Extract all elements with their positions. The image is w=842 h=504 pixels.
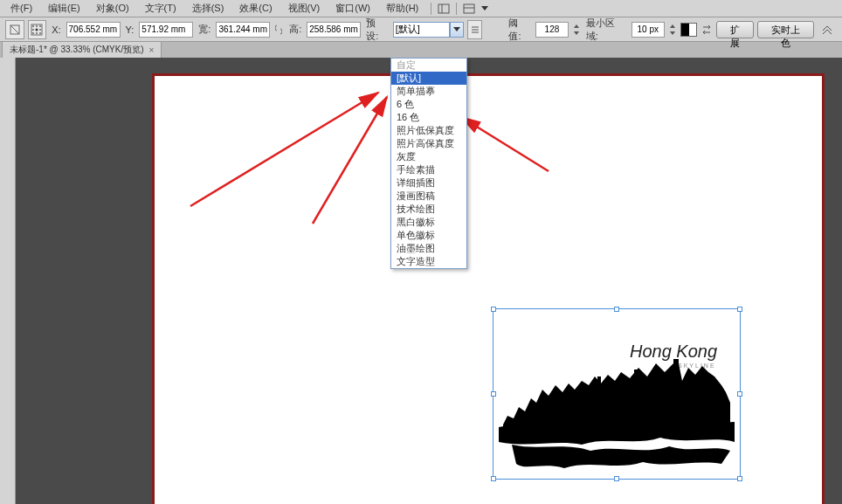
preset-dropdown-list: 自定[默认]简单描摹6 色16 色照片低保真度照片高保真度灰度手绘素描详细插图漫… [390, 58, 467, 269]
canvas-viewport[interactable]: Hong Kong SKYLINE [16, 58, 842, 504]
document-tab-bar: 未标题-1* @ 33.33% (CMYK/预览) × [0, 42, 842, 58]
menu-bar: 件(F) 编辑(E) 对象(O) 文字(T) 选择(S) 效果(C) 视图(V)… [0, 0, 842, 17]
svg-point-7 [32, 25, 34, 27]
preset-options-icon[interactable] [467, 20, 483, 39]
dropdown-item[interactable]: 16 色 [391, 111, 466, 124]
dropdown-item[interactable]: 手绘素描 [391, 163, 466, 176]
resize-handle-mr[interactable] [737, 391, 742, 397]
svg-point-13 [32, 32, 34, 34]
preset-label: 预设: [366, 17, 388, 43]
threshold-input[interactable] [535, 22, 569, 38]
y-label: Y: [126, 24, 135, 35]
minarea-input[interactable] [632, 22, 665, 38]
tab-close-icon[interactable]: × [149, 45, 155, 55]
svg-rect-0 [438, 4, 449, 13]
selection-bounds[interactable] [493, 308, 741, 480]
dropdown-item[interactable]: [默认] [391, 72, 466, 85]
dropdown-item[interactable]: 简单描摹 [391, 85, 466, 98]
document-tab[interactable]: 未标题-1* @ 33.33% (CMYK/预览) × [2, 41, 162, 58]
fill-stroke-swatch[interactable] [680, 23, 698, 37]
dropdown-item[interactable]: 详细插图 [391, 176, 466, 190]
dropdown-item[interactable]: 漫画图稿 [391, 190, 466, 203]
resize-handle-ml[interactable] [491, 391, 496, 397]
menu-effect[interactable]: 效果(C) [232, 0, 279, 17]
resize-handle-bl[interactable] [491, 476, 496, 481]
separator [456, 3, 457, 15]
layout-icon-1[interactable] [437, 3, 451, 15]
preset-select[interactable]: [默认] [393, 22, 450, 38]
x-input[interactable] [66, 22, 121, 38]
corner-icon[interactable] [818, 20, 837, 39]
dropdown-item[interactable]: 6 色 [391, 98, 466, 111]
layout-icon-2[interactable] [462, 3, 476, 15]
svg-line-5 [10, 25, 19, 34]
swap-icon[interactable] [701, 20, 713, 39]
threshold-stepper[interactable] [572, 20, 581, 39]
menu-window[interactable]: 窗口(W) [328, 0, 377, 17]
dropdown-item[interactable]: 单色徽标 [391, 229, 466, 242]
embed-icon[interactable] [5, 20, 24, 39]
dropdown-item[interactable]: 灰度 [391, 150, 466, 163]
preset-dropdown-arrow[interactable] [450, 22, 464, 38]
resize-handle-br[interactable] [737, 476, 742, 481]
chevron-down-icon[interactable] [478, 3, 492, 15]
menu-view[interactable]: 视图(V) [281, 0, 328, 17]
menu-file[interactable]: 件(F) [3, 0, 39, 17]
threshold-label: 阈值: [508, 17, 530, 43]
svg-marker-21 [670, 24, 675, 28]
resize-handle-tr[interactable] [737, 307, 742, 312]
svg-marker-22 [670, 31, 675, 35]
control-bar: X: Y: 宽: 高: 预设: [默认] 阈值: 最小区域: 扩展 实时上色 [0, 17, 842, 42]
expand-button[interactable]: 扩展 [716, 21, 755, 38]
livecolor-button[interactable]: 实时上色 [757, 21, 814, 38]
w-label: 宽: [198, 23, 210, 36]
svg-point-15 [39, 32, 41, 34]
dropdown-item[interactable]: 油墨绘图 [391, 242, 466, 255]
svg-point-12 [39, 29, 41, 31]
minarea-label: 最小区域: [586, 17, 626, 43]
canvas-area: Hong Kong SKYLINE [0, 58, 842, 504]
x-label: X: [52, 24, 60, 35]
link-wh-icon[interactable] [273, 24, 284, 35]
svg-point-8 [36, 25, 38, 27]
menu-select[interactable]: 选择(S) [185, 0, 231, 17]
svg-point-14 [36, 32, 38, 34]
menu-edit[interactable]: 编辑(E) [41, 0, 87, 17]
resize-handle-tm[interactable] [614, 307, 619, 312]
resize-handle-tl[interactable] [491, 307, 496, 312]
ruler-vertical [0, 58, 16, 504]
dropdown-item[interactable]: 文字造型 [391, 255, 466, 268]
dropdown-item[interactable]: 照片低保真度 [391, 124, 466, 137]
svg-point-9 [39, 25, 41, 27]
svg-point-10 [32, 29, 34, 31]
svg-rect-2 [464, 4, 474, 13]
menu-object[interactable]: 对象(O) [89, 0, 136, 17]
dropdown-item[interactable]: 黑白徽标 [391, 216, 466, 229]
transform-origin-icon[interactable] [28, 20, 47, 39]
dropdown-item[interactable]: 技术绘图 [391, 203, 466, 216]
h-input[interactable] [307, 22, 361, 38]
svg-marker-20 [574, 31, 579, 35]
dropdown-item: 自定 [391, 59, 466, 72]
menu-text[interactable]: 文字(T) [138, 0, 183, 17]
dropdown-item[interactable]: 照片高保真度 [391, 137, 466, 150]
minarea-stepper[interactable] [668, 20, 677, 39]
resize-handle-bm[interactable] [614, 476, 619, 481]
y-input[interactable] [139, 22, 193, 38]
menu-help[interactable]: 帮助(H) [379, 0, 425, 17]
tab-title: 未标题-1* @ 33.33% (CMYK/预览) [10, 44, 144, 56]
svg-marker-19 [574, 24, 579, 28]
w-input[interactable] [216, 22, 270, 38]
separator [431, 3, 431, 15]
h-label: 高: [289, 23, 301, 36]
svg-point-11 [36, 28, 38, 31]
